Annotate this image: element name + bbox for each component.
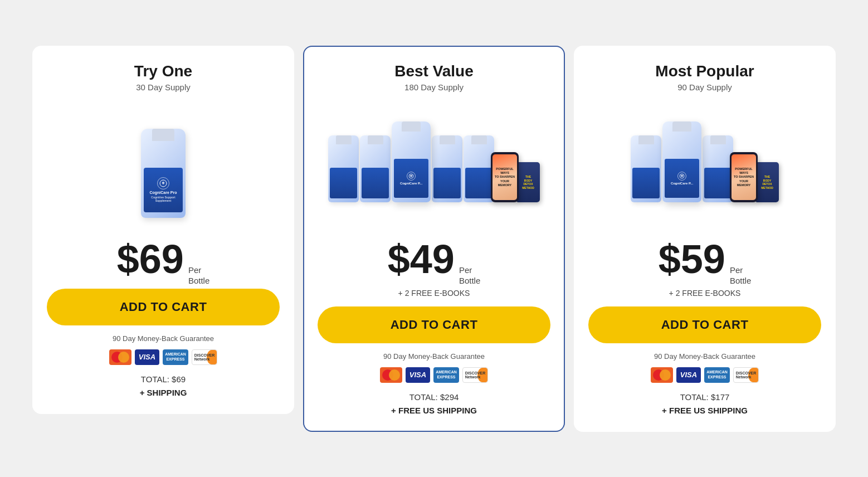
phone-mockup-mp: POWERFUL WAYSTO SHARPENYOUR MEMORY [730, 152, 758, 202]
price-label-most-popular: PerBottle [730, 265, 751, 286]
pricing-card-best-value: Best Value 180 Day Supply CogniCare P... [303, 46, 565, 432]
bottle-brand-text-1: CogniCare Pro [149, 191, 177, 195]
discover-icon: DISCOVERNetwork [192, 349, 217, 365]
bottle-brain-icon [157, 177, 169, 189]
bottle-sm-3 [432, 135, 462, 202]
amex-icon-mp: AMERICANEXPRESS [704, 367, 730, 383]
book-mockup-mp: THEBODYDETOXMETHOD [755, 162, 779, 202]
card-subtitle-try-one: 30 Day Supply [136, 82, 191, 92]
phone-screen-mp: POWERFUL WAYSTO SHARPENYOUR MEMORY [732, 154, 756, 200]
total-price-try-one: TOTAL: $69 [140, 373, 187, 386]
free-ebooks-most-popular: + 2 FREE E-BOOKS [669, 289, 741, 298]
bottles-group-6: CogniCare P... POWERFUL WAYSTO SHARPENYO… [328, 121, 540, 202]
mastercard-icon-mp [651, 367, 673, 383]
bottle-main-6: CogniCare P... [392, 121, 431, 202]
price-section-try-one: $69 PerBottle [117, 239, 210, 286]
product-image-most-popular: CogniCare P... POWERFUL WAYSTO SHARPENYO… [588, 101, 821, 223]
card-subtitle-best-value: 180 Day Supply [404, 82, 464, 92]
bottle-brand-main: CogniCare P... [400, 182, 422, 185]
bottle-main-label-6: CogniCare P... [394, 159, 428, 198]
price-best-value: $49 [388, 239, 455, 279]
bottle-single: CogniCare Pro Cognitive Support Suppleme… [141, 106, 186, 218]
visa-icon: VISA [135, 349, 159, 365]
book-text-mp: THEBODYDETOXMETHOD [759, 173, 775, 191]
card-title-most-popular: Most Popular [655, 62, 754, 80]
payment-icons-best-value: VISA AMERICANEXPRESS DISCOVERNetwork [380, 367, 488, 383]
add-to-cart-best-value[interactable]: ADD TO CART [318, 306, 550, 343]
add-to-cart-try-one[interactable]: ADD TO CART [47, 289, 280, 325]
bottle-1: CogniCare Pro Cognitive Support Suppleme… [141, 129, 186, 218]
total-price-best-value: TOTAL: $294 [391, 391, 477, 404]
bottle-mp-2 [703, 135, 733, 202]
bottle-sm-1 [328, 135, 359, 202]
bottle-mp-1 [631, 135, 661, 202]
amex-icon: AMERICANEXPRESS [163, 349, 188, 365]
phone-mockup-best-value: POWERFUL WAYSTO SHARPENYOUR MEMORY [491, 152, 519, 202]
visa-icon-bv: VISA [406, 367, 430, 383]
pricing-container: Try One 30 Day Supply CogniCare Pro Cogn… [11, 46, 857, 432]
mastercard-icon-bv [380, 367, 402, 383]
bottle-main-mp: CogniCare P... [662, 121, 701, 202]
guarantee-most-popular: 90 Day Money-Back Guarantee [654, 352, 755, 361]
guarantee-try-one: 90 Day Money-Back Guarantee [113, 334, 214, 343]
bottle-sm-2 [360, 135, 391, 202]
book-text: THEBODYDETOXMETHOD [520, 173, 536, 191]
price-label-best-value: PerBottle [459, 265, 480, 286]
discover-icon-bv: DISCOVERNetwork [462, 367, 488, 383]
brain-circle-icon [407, 172, 416, 181]
price-label-try-one: PerBottle [188, 265, 209, 286]
shipping-try-one: + SHIPPING [140, 386, 187, 400]
product-image-try-one: CogniCare Pro Cognitive Support Suppleme… [47, 101, 280, 223]
pricing-card-try-one: Try One 30 Day Supply CogniCare Pro Cogn… [32, 46, 294, 414]
amex-icon-bv: AMERICANEXPRESS [433, 367, 459, 383]
bottle-brand-mp: CogniCare P... [671, 182, 693, 185]
total-section-best-value: TOTAL: $294 + FREE US SHIPPING [391, 391, 477, 417]
price-try-one: $69 [117, 239, 184, 279]
brain-icon-mp [677, 172, 686, 181]
guarantee-best-value: 90 Day Money-Back Guarantee [383, 352, 485, 361]
discover-icon-mp: DISCOVERNetwork [733, 367, 759, 383]
bottle-main-label-mp: CogniCare P... [665, 159, 699, 198]
shipping-most-popular: + FREE US SHIPPING [662, 404, 748, 417]
card-title-try-one: Try One [134, 62, 192, 80]
price-section-most-popular: $59 PerBottle [659, 239, 752, 286]
mastercard-icon [109, 349, 131, 365]
pricing-card-most-popular: Most Popular 90 Day Supply CogniCare P..… [574, 46, 836, 432]
bottles-group-3: CogniCare P... POWERFUL WAYSTO SHARPENYO… [631, 121, 779, 202]
bottle-label-1: CogniCare Pro Cognitive Support Suppleme… [144, 168, 183, 212]
price-most-popular: $59 [659, 239, 725, 279]
total-price-most-popular: TOTAL: $177 [662, 391, 748, 404]
total-section-most-popular: TOTAL: $177 + FREE US SHIPPING [662, 391, 748, 417]
phone-screen: POWERFUL WAYSTO SHARPENYOUR MEMORY [492, 154, 517, 200]
bottle-type-text-1: Cognitive Support Supplement [144, 196, 183, 202]
card-subtitle-most-popular: 90 Day Supply [677, 82, 732, 92]
payment-icons-try-one: VISA AMERICANEXPRESS DISCOVERNetwork [109, 349, 217, 365]
add-to-cart-most-popular[interactable]: ADD TO CART [588, 306, 821, 343]
book-mockup-best-value: THEBODYDETOXMETHOD [516, 162, 540, 202]
total-section-try-one: TOTAL: $69 + SHIPPING [140, 373, 187, 400]
bottle-sm-4 [464, 135, 494, 202]
price-section-best-value: $49 PerBottle [388, 239, 481, 286]
visa-icon-mp: VISA [676, 367, 701, 383]
card-title-best-value: Best Value [394, 62, 474, 80]
phone-text: POWERFUL WAYSTO SHARPENYOUR MEMORY [492, 165, 517, 189]
free-ebooks-best-value: + 2 FREE E-BOOKS [398, 289, 470, 298]
phone-text-mp: POWERFUL WAYSTO SHARPENYOUR MEMORY [732, 165, 756, 189]
payment-icons-most-popular: VISA AMERICANEXPRESS DISCOVERNetwork [651, 367, 759, 383]
shipping-best-value: + FREE US SHIPPING [391, 404, 477, 417]
product-image-best-value: CogniCare P... POWERFUL WAYSTO SHARPENYO… [318, 101, 550, 223]
